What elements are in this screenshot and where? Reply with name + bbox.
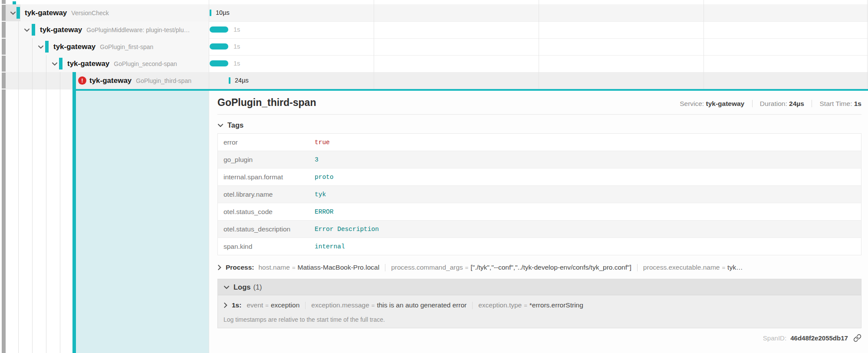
operation-name: GoPlugin_second-span [114, 60, 177, 67]
tag-value: 3 [315, 156, 319, 163]
tag-value: proto [315, 174, 334, 181]
minimap-edge-strip [2, 0, 6, 353]
operation-name: GoPluginMiddleware: plugin-test/plu… [86, 26, 190, 33]
span-duration-bar[interactable] [210, 10, 211, 16]
process-key: process.executable.name [643, 264, 720, 271]
logs-accordion-header[interactable]: Logs (1) [218, 279, 861, 295]
service-name: tyk-gateway [67, 59, 109, 68]
log-entry[interactable]: 1s: eventexception exception.messagethis… [224, 301, 861, 309]
service-value: tyk-gateway [706, 100, 745, 107]
log-timestamp: 1s: [232, 301, 241, 309]
timeline-gridline [539, 0, 539, 89]
process-accordion-header[interactable]: Process: host.nameMatiass-MacBook-Pro.lo… [217, 264, 861, 271]
divider [637, 264, 638, 271]
indent-guide [32, 38, 33, 353]
timeline-gridline [704, 0, 704, 89]
tag-value: internal [315, 243, 345, 250]
tag-key: go_plugin [218, 156, 315, 164]
span-row-goplugin-third-span[interactable]: tyk-gateway GoPlugin_third-span 24µs [6, 72, 868, 89]
error-icon [78, 76, 86, 85]
process-value: tyk… [727, 264, 743, 271]
indent-guide [46, 55, 46, 353]
start-time-label: Start Time: [820, 100, 852, 107]
edge-gap [2, 72, 6, 73]
span-color-bar [59, 58, 62, 69]
span-rows: tyk-gateway VersionCheck 10µs tyk-gatewa… [0, 0, 868, 91]
chevron-right-icon [224, 302, 227, 308]
divider [472, 302, 473, 309]
chevron-down-icon[interactable] [10, 11, 16, 15]
tag-key: error [218, 139, 315, 146]
span-row-goplugin-second-span[interactable]: tyk-gateway GoPlugin_second-span 1s [6, 55, 868, 73]
tag-key: span.kind [218, 243, 315, 251]
start-time-value: 1s [854, 100, 861, 107]
duration-label: Duration: [760, 100, 787, 107]
duration-label: 10µs [216, 4, 230, 21]
equals-sign [722, 264, 726, 271]
tags-accordion-header[interactable]: Tags [217, 121, 861, 129]
process-key: process.command_args [391, 264, 463, 271]
tags-heading: Tags [227, 121, 243, 129]
span-color-bar [45, 41, 49, 53]
span-detail-header: GoPlugin_third-span Service: tyk-gateway… [217, 97, 861, 115]
process-value: ["./tyk","--conf","../tyk-develop-env/co… [470, 264, 631, 271]
link-icon[interactable] [853, 334, 861, 342]
span-row-versioncheck[interactable]: tyk-gateway VersionCheck 10µs [6, 4, 868, 22]
equals-sign [372, 302, 375, 309]
chevron-down-icon [217, 123, 224, 127]
span-duration-bar[interactable] [229, 77, 230, 84]
indent-guide [18, 21, 19, 353]
tag-row: span.kind internal [218, 238, 861, 255]
chevron-down-icon[interactable] [24, 28, 30, 32]
tag-key: otel.status_code [218, 208, 315, 216]
equals-sign [465, 264, 469, 271]
process-label: Process: [226, 264, 254, 271]
span-color-bar [32, 24, 35, 36]
operation-name: GoPlugin_first-span [100, 43, 153, 50]
tag-value: tyk [315, 191, 326, 198]
timeline-gridline [374, 0, 374, 89]
span-overview: Service: tyk-gateway Duration: 24µs Star… [680, 100, 861, 108]
span-row-goplugin-first-span[interactable]: tyk-gateway GoPlugin_first-span 1s [6, 38, 868, 56]
tags-table: error true go_plugin 3 internal.span.for… [217, 133, 861, 255]
trace-timeline-view: tyk-gateway VersionCheck 10µs tyk-gatewa… [0, 0, 868, 353]
chevron-down-icon[interactable] [52, 62, 58, 66]
span-duration-bar[interactable] [210, 43, 228, 49]
span-id-row: SpanID: 46d48f2e2055db17 [217, 334, 861, 342]
tag-row: go_plugin 3 [218, 151, 861, 168]
log-value: this is an auto generated error [377, 301, 467, 309]
log-footnote: Log timestamps are relative to the start… [224, 316, 861, 323]
duration-label: 1s [233, 55, 240, 72]
tag-key: internal.span.format [218, 173, 315, 181]
tag-row: internal.span.format proto [218, 168, 861, 186]
service-label: Service: [680, 100, 704, 107]
span-color-bar-fragment [13, 1, 16, 4]
span-duration-bar[interactable] [210, 26, 228, 33]
duration-label: 1s [233, 38, 240, 55]
service-name: tyk-gateway [40, 26, 82, 34]
edge-gap [2, 21, 6, 22]
logs-count: (1) [253, 283, 262, 291]
span-id-value: 46d48f2e2055db17 [790, 334, 848, 342]
chevron-down-icon[interactable] [38, 45, 44, 49]
divider [305, 302, 306, 309]
span-duration-bar[interactable] [210, 60, 228, 66]
span-detail-panel: GoPlugin_third-span Service: tyk-gateway… [209, 91, 868, 353]
edge-gap [2, 89, 6, 89]
edge-gap [2, 38, 6, 39]
duration-label: 24µs [235, 72, 249, 89]
tag-key: otel.status_description [218, 225, 315, 233]
service-name: tyk-gateway [53, 43, 95, 51]
equals-sign [292, 264, 296, 271]
log-value: *errors.errorString [529, 301, 583, 309]
service-name: tyk-gateway [25, 9, 67, 17]
process-value: Matiass-MacBook-Pro.local [297, 264, 379, 271]
span-row-gopluginmiddleware[interactable]: tyk-gateway GoPluginMiddleware: plugin-t… [6, 21, 868, 39]
duration-label: 1s [233, 21, 240, 38]
log-value: exception [271, 301, 299, 309]
timeline-gridline [867, 0, 868, 89]
operation-name: GoPlugin_third-span [136, 77, 191, 84]
operation-name: VersionCheck [71, 10, 108, 16]
service-name: tyk-gateway [89, 76, 132, 85]
log-key: exception.type [478, 301, 522, 309]
